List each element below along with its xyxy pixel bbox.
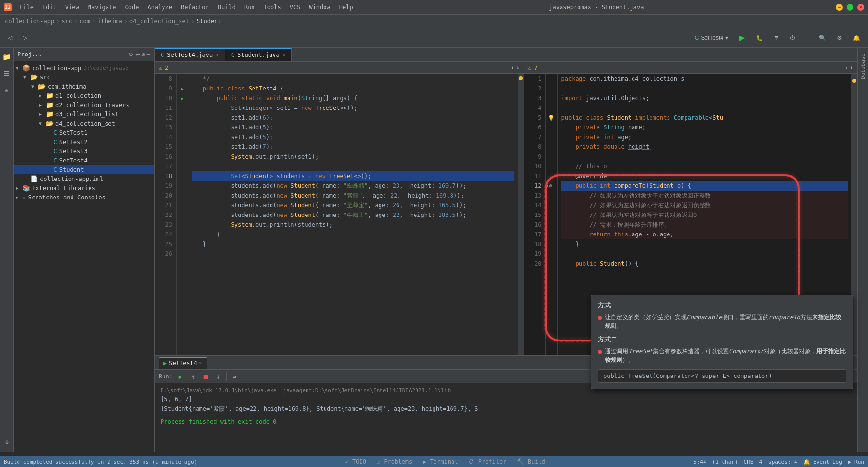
menu-vcs[interactable]: VCS	[286, 3, 305, 12]
settings-button[interactable]: ⚙	[833, 31, 846, 45]
tree-item-iml[interactable]: ▶ 📄 collection-app.iml	[14, 174, 154, 183]
tab-close-student[interactable]: ×	[283, 52, 286, 58]
run-wrap-button[interactable]: ⇌	[230, 372, 239, 381]
code-line-21: students.add(new Student( name: "至尊宝", a…	[192, 200, 514, 210]
project-panel-header: Proj... ⟳ ⟵ ⚙ —	[14, 48, 154, 61]
profile-button[interactable]: ⏱	[786, 31, 799, 45]
panel-header-icons[interactable]: ⟳ ⟵ ⚙ —	[129, 51, 150, 58]
coverage-button[interactable]: ☂	[770, 31, 783, 45]
menu-navigate[interactable]: Navigate	[84, 3, 120, 12]
sync-icon[interactable]: ⟳	[129, 51, 134, 58]
encoding-label: CRE	[744, 459, 754, 465]
search-button[interactable]: 🔍	[815, 31, 830, 45]
btab-todo[interactable]: ✓ TODO	[341, 457, 371, 466]
left-code-content[interactable]: */ public class SetTest4 { public static…	[188, 74, 518, 355]
notifications-button[interactable]: 🔔	[849, 31, 864, 45]
run-play-button[interactable]: ▶	[176, 372, 185, 381]
tree-label-d1: d1_collection	[55, 92, 101, 99]
expand-icon-r[interactable]: ⬇	[850, 65, 853, 71]
breadcrumb-app[interactable]: collection-app	[5, 18, 54, 25]
bottom-tab-run[interactable]: ▶ SetTest4 ×	[159, 357, 207, 369]
menu-tools[interactable]: Tools	[260, 3, 285, 12]
run-up-button[interactable]: ↑	[188, 372, 198, 381]
run-gutter-9[interactable]: ▶	[181, 86, 184, 92]
run-button[interactable]: ▶	[735, 31, 749, 45]
minimize-panel-icon[interactable]: —	[147, 51, 150, 58]
structure-icon[interactable]: ☰	[1, 68, 12, 79]
collapse-all-icon-r[interactable]: ⬆	[845, 65, 849, 71]
run-status-button[interactable]: ▶ Run	[848, 459, 864, 465]
run-tab-close[interactable]: ×	[199, 360, 202, 366]
menu-view[interactable]: View	[61, 3, 83, 12]
tab-close-settest4[interactable]: ×	[216, 52, 219, 58]
run-gutter-10[interactable]: ▶	[181, 95, 184, 102]
minimize-button[interactable]: —	[836, 4, 843, 11]
tree-item-d3[interactable]: ▶ 📁 d3_collection_list	[14, 109, 154, 119]
menu-analyze[interactable]: Analyze	[144, 3, 176, 12]
tree-item-d2[interactable]: ▶ 📁 d2_collection_travers	[14, 100, 154, 109]
tree-item-d1[interactable]: ▶ 📁 d1_collection	[14, 91, 154, 100]
warning-marker	[519, 76, 523, 80]
code-line-16: System.out.println(set1);	[192, 152, 514, 162]
tree-item-d4[interactable]: ▼ 📂 d4_collection_set	[14, 119, 154, 128]
menu-refactor[interactable]: Refactor	[177, 3, 213, 12]
menu-window[interactable]: Window	[305, 3, 334, 12]
project-view-icon[interactable]: 📁	[1, 52, 12, 62]
code-line-25: }	[192, 239, 514, 249]
breadcrumb-d4[interactable]: d4_collection_set	[129, 18, 189, 25]
tree-item-src[interactable]: ▼ 📂 src	[14, 72, 154, 82]
tree-item-root[interactable]: ▼ 📦 collection-app D:\code\javase	[14, 63, 154, 72]
expand-icon[interactable]: ⬇	[516, 65, 520, 71]
maximize-button[interactable]: □	[847, 4, 853, 11]
gear-icon[interactable]: ⚙	[142, 51, 145, 58]
tab-settest4[interactable]: C SetTest4.java ×	[155, 48, 225, 61]
btab-problems[interactable]: ⚠ Problems	[372, 457, 417, 466]
tree-item-settest1[interactable]: ▶ C SetTest1	[14, 128, 154, 137]
navigate-back-button[interactable]: ◁	[4, 31, 16, 45]
debug-gutter-12[interactable]: ●	[546, 183, 548, 188]
close-button[interactable]: ×	[857, 4, 864, 11]
menu-build[interactable]: Build	[214, 3, 239, 12]
dropdown-icon: ▾	[725, 35, 728, 41]
btab-terminal[interactable]: ▶ Terminal	[418, 457, 463, 466]
breadcrumb-com[interactable]: com	[79, 18, 90, 25]
menu-help[interactable]: Help	[335, 3, 357, 12]
database-icon[interactable]: 🗄	[1, 438, 12, 449]
collapse-all-icon[interactable]: ⬆	[511, 65, 514, 71]
tree-item-settest4[interactable]: ▶ C SetTest4	[14, 156, 154, 165]
menu-code[interactable]: Code	[121, 3, 143, 12]
navigate-forward-button[interactable]: ▷	[19, 31, 31, 45]
favorites-icon[interactable]: ★	[1, 85, 12, 95]
run-config-selector[interactable]: C SetTest4 ▾	[691, 31, 732, 45]
tab-student[interactable]: C Student.java ×	[225, 48, 292, 61]
collapse-icon[interactable]: ⟵	[136, 51, 139, 58]
tree-arrow-d2: ▶	[39, 102, 46, 108]
run-down-button[interactable]: ↓	[214, 372, 223, 381]
tree-label-st3: SetTest3	[59, 148, 88, 155]
event-log-button[interactable]: 🔔 Event Log	[803, 459, 842, 465]
left-code-area[interactable]: 8 9 10 11 12 13 14 15 16 17 18 19	[155, 74, 524, 355]
tree-arrow-d4: ▼	[39, 121, 46, 126]
btab-build[interactable]: 🔨 Build	[512, 457, 550, 466]
run-stop-button[interactable]: ■	[201, 372, 211, 381]
btab-profiler[interactable]: ⏱ Profiler	[464, 457, 511, 466]
breadcrumb-src[interactable]: src	[61, 18, 72, 25]
tree-item-ext-libs[interactable]: ▶ 📚 External Libraries	[14, 183, 154, 193]
tree-item-com[interactable]: ▼ 📂 com.itheima	[14, 82, 154, 91]
menu-bar[interactable]: File Edit View Navigate Code Analyze Ref…	[16, 3, 357, 12]
breadcrumb-itheima[interactable]: itheima	[97, 18, 122, 25]
tree-arrow-d3: ▶	[39, 111, 46, 117]
menu-run[interactable]: Run	[240, 3, 259, 12]
tree-item-student[interactable]: ▶ C Student	[14, 165, 154, 174]
window-controls[interactable]: — □ ×	[836, 4, 864, 11]
breadcrumb-student[interactable]: Student	[197, 18, 221, 25]
debug-button[interactable]: 🐛	[752, 31, 767, 45]
tree-item-settest2[interactable]: ▶ C SetTest2	[14, 137, 154, 146]
output-line-1: [5, 6, 7]	[161, 395, 851, 404]
tree-item-scratches[interactable]: ▶ ✏ Scratches and Consoles	[14, 193, 154, 202]
tree-label-com: com.itheima	[48, 83, 86, 90]
database-sidebar-icon[interactable]: Database	[859, 52, 867, 81]
menu-edit[interactable]: Edit	[38, 3, 60, 12]
menu-file[interactable]: File	[16, 3, 37, 12]
tree-item-settest3[interactable]: ▶ C SetTest3	[14, 146, 154, 156]
